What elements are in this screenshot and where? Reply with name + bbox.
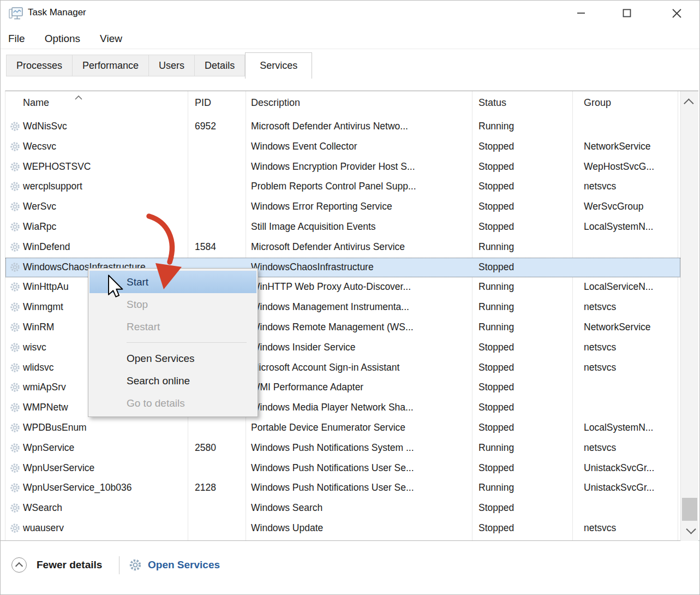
context-menu-item-search-online[interactable]: Search online	[89, 370, 256, 392]
service-gear-icon	[9, 261, 21, 273]
cell-group: NetworkService	[584, 322, 677, 333]
service-gear-icon	[9, 141, 21, 152]
menu-options[interactable]: Options	[45, 29, 80, 49]
table-row[interactable]: WinDefend1584Microsoft Defender Antiviru…	[5, 237, 680, 258]
window-title: Task Manager	[28, 7, 86, 18]
maximize-button[interactable]	[614, 4, 639, 22]
cell-description: Windows Management Instrumenta...	[251, 301, 469, 313]
service-gear-icon	[9, 382, 21, 393]
service-gear-icon	[9, 342, 21, 353]
cell-status: Stopped	[478, 161, 514, 172]
cell-description: Windows Push Notifications User Se...	[251, 462, 469, 474]
table-row[interactable]: WerSvcWindows Error Reporting ServiceSto…	[5, 197, 680, 217]
service-gear-icon	[9, 241, 21, 253]
cell-pid: 6952	[195, 121, 216, 132]
table-row[interactable]: WiaRpcStill Image Acquisition EventsStop…	[5, 217, 680, 237]
column-header-status[interactable]: Status	[478, 97, 506, 109]
service-gear-icon	[9, 161, 21, 172]
task-manager-icon	[8, 6, 23, 21]
cell-status: Stopped	[478, 362, 514, 373]
cell-status: Stopped	[478, 221, 514, 233]
cell-group: WerSvcGroup	[584, 201, 677, 212]
service-gear-icon	[9, 462, 21, 474]
service-gear-icon	[9, 502, 21, 514]
tab-users[interactable]: Users	[149, 55, 195, 76]
cell-description: Windows Search	[251, 502, 469, 514]
cell-group: netsvcs	[584, 301, 677, 313]
fewer-details-button[interactable]: Fewer details	[37, 559, 102, 571]
cell-group: LocalSystemN...	[584, 422, 677, 433]
table-row[interactable]: wuauservWindows UpdateStoppednetsvcs	[5, 519, 680, 539]
tab-details[interactable]: Details	[195, 55, 245, 76]
cell-group: netsvcs	[584, 342, 677, 353]
cell-status: Running	[478, 241, 514, 253]
service-gear-icon	[9, 181, 21, 192]
context-menu-item-go-to-details: Go to details	[89, 392, 256, 414]
cell-description: WMI Performance Adapter	[251, 382, 469, 393]
cell-status: Stopped	[478, 422, 514, 433]
cell-name: WSearch	[23, 502, 184, 514]
service-gear-icon	[9, 281, 21, 293]
close-button[interactable]	[664, 4, 689, 22]
table-row[interactable]: WecsvcWindows Event CollectorStoppedNetw…	[5, 137, 680, 157]
cell-group: netsvcs	[584, 442, 677, 454]
scrollbar-thumb[interactable]	[682, 498, 697, 521]
cell-group: LocalServiceN...	[584, 281, 677, 293]
cell-pid: 2128	[195, 482, 216, 493]
cell-description: Windows Encryption Provider Host S...	[251, 161, 469, 172]
tab-strip: ProcessesPerformanceUsersDetailsServices	[6, 52, 312, 79]
cell-status: Stopped	[478, 522, 514, 534]
cell-description: Windows Media Player Network Sha...	[251, 402, 469, 413]
table-row[interactable]: WdNisSvc6952Microsoft Defender Antivirus…	[5, 117, 680, 137]
sort-ascending-icon	[74, 92, 83, 102]
service-gear-icon	[9, 402, 21, 413]
context-menu-item-open-services[interactable]: Open Services	[89, 347, 256, 370]
menu-view[interactable]: View	[100, 29, 122, 49]
service-gear-icon	[9, 201, 21, 212]
tab-services[interactable]: Services	[245, 52, 312, 79]
cell-status: Running	[478, 442, 514, 454]
scroll-up-button[interactable]	[681, 91, 698, 113]
cell-description: Windows Push Notifications System ...	[251, 442, 469, 454]
service-gear-icon	[9, 121, 21, 132]
cell-status: Running	[478, 121, 514, 132]
tab-performance[interactable]: Performance	[73, 55, 149, 76]
cell-description: Microsoft Account Sign-in Assistant	[251, 362, 469, 373]
cell-description: Microsoft Defender Antivirus Service	[251, 241, 469, 253]
cell-group: netsvcs	[584, 362, 677, 373]
table-row[interactable]: wercplsupportProblem Reports Control Pan…	[5, 177, 680, 197]
cell-description: Windows Remote Management (WS...	[251, 322, 469, 333]
column-header-group[interactable]: Group	[584, 97, 611, 109]
cell-group: UnistackSvcGr...	[584, 482, 677, 493]
cell-status: Stopped	[478, 502, 514, 514]
table-row[interactable]: WEPHOSTSVCWindows Encryption Provider Ho…	[5, 157, 680, 177]
table-row[interactable]: WpnService2580Windows Push Notifications…	[5, 438, 680, 459]
tab-processes[interactable]: Processes	[6, 55, 73, 76]
table-row[interactable]: WpnUserService_10b0362128Windows Push No…	[5, 478, 680, 498]
cell-name: WpnUserService_10b036	[23, 482, 184, 493]
cell-status: Stopped	[478, 382, 514, 393]
menu-bar: FileOptionsView	[1, 29, 699, 49]
cell-name: Wecsvc	[23, 141, 184, 152]
cell-status: Running	[478, 301, 514, 313]
service-gear-icon	[9, 522, 21, 534]
cell-description: Problem Reports Control Panel Supp...	[251, 181, 469, 192]
open-services-link[interactable]: Open Services	[148, 559, 220, 571]
table-row[interactable]: WpnUserServiceWindows Push Notifications…	[5, 459, 680, 479]
column-header-description[interactable]: Description	[251, 97, 300, 109]
cell-group: LocalSystemN...	[584, 221, 677, 233]
cell-pid: 1584	[195, 241, 216, 253]
table-row[interactable]: WPDBusEnumPortable Device Enumerator Ser…	[5, 418, 680, 438]
column-header-name[interactable]: Name	[23, 97, 49, 109]
minimize-button[interactable]	[569, 4, 594, 22]
gear-icon	[128, 558, 142, 572]
scroll-down-button[interactable]	[681, 519, 698, 541]
cell-description: Windows Push Notifications User Se...	[251, 482, 469, 493]
column-header-pid[interactable]: PID	[195, 97, 211, 109]
vertical-scrollbar[interactable]	[680, 91, 698, 541]
menu-file[interactable]: File	[8, 29, 25, 49]
cell-status: Running	[478, 482, 514, 493]
cell-description: Microsoft Defender Antivirus Netwo...	[251, 121, 469, 132]
cell-group: netsvcs	[584, 181, 677, 192]
table-row[interactable]: WSearchWindows SearchStopped	[5, 498, 680, 519]
